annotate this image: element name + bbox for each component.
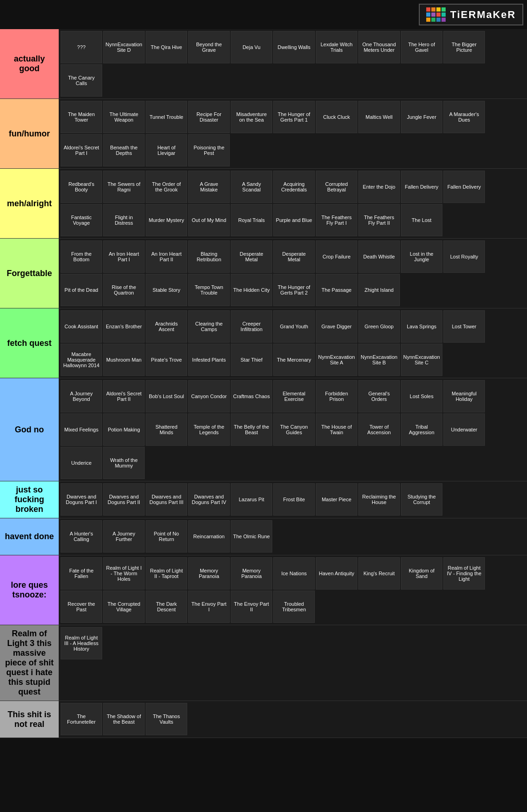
quest-card[interactable]: The Bigger Picture [443, 31, 485, 63]
quest-card[interactable]: One Thousand Meters Under [358, 31, 400, 63]
quest-card[interactable]: Realm of Light III - A Headless History [61, 627, 102, 659]
quest-card[interactable]: Infested Plants [188, 344, 230, 376]
quest-card[interactable]: Fallen Delivery [443, 171, 485, 203]
quest-card[interactable]: Bob's Lost Soul [146, 380, 187, 412]
quest-card[interactable]: Reclaiming the House [358, 483, 400, 516]
quest-card[interactable]: The Sewers of Ragni [103, 171, 145, 203]
quest-card[interactable]: Cook Assistant [61, 310, 102, 343]
quest-card[interactable]: Elemental Exercise [273, 380, 315, 412]
quest-card[interactable]: The Hunger of Gerts Part 2 [273, 274, 315, 306]
quest-card[interactable]: Dwarves and Doguns Part III [146, 483, 187, 516]
quest-card[interactable]: Wrath of the Mummy [103, 447, 145, 479]
quest-card[interactable]: Dwarves and Doguns Part II [103, 483, 145, 516]
quest-card[interactable]: Tower of Ascension [358, 413, 400, 446]
quest-card[interactable]: The House of Twain [316, 413, 357, 446]
quest-card[interactable]: The Feathers Fly Part II [358, 204, 400, 236]
quest-card[interactable]: Desperate Metal [231, 240, 272, 273]
quest-card[interactable]: A Journey Beyond [61, 380, 102, 412]
quest-card[interactable]: Fallen Delivery [401, 171, 442, 203]
quest-card[interactable]: NynnExcavation Site B [358, 344, 400, 376]
quest-card[interactable]: The Thanos Vaults [146, 703, 187, 735]
quest-card[interactable]: Dwarves and Doguns Part I [61, 483, 102, 516]
quest-card[interactable]: The Order of the Grook [146, 171, 187, 203]
quest-card[interactable]: Clearing the Camps [188, 310, 230, 343]
quest-card[interactable]: The Envoy Part II [231, 591, 272, 623]
quest-card[interactable]: Misadventure on the Sea [231, 101, 272, 133]
quest-card[interactable]: Meaningful Holiday [443, 380, 485, 412]
quest-card[interactable]: Frost Bite [273, 483, 315, 516]
quest-card[interactable]: Arachnids Ascent [146, 310, 187, 343]
quest-card[interactable]: Haven Antiquity [316, 557, 357, 590]
quest-card[interactable]: Redbeard's Booty [61, 171, 102, 203]
quest-card[interactable]: Tunnel Trouble [146, 101, 187, 133]
quest-card[interactable]: Blazing Retribution [188, 240, 230, 273]
quest-card[interactable]: Realm of Light IV - Finding the Light [443, 557, 485, 590]
quest-card[interactable]: Stable Story [146, 274, 187, 306]
quest-card[interactable]: The Qira Hive [146, 31, 187, 63]
quest-card[interactable]: Underice [61, 447, 102, 479]
quest-card[interactable]: A Hunter's Calling [61, 520, 102, 553]
quest-card[interactable]: Dwelling Walls [273, 31, 315, 63]
quest-card[interactable]: Realm of Light I - The Worm Holes [103, 557, 145, 590]
quest-card[interactable]: ??? [61, 31, 102, 63]
quest-card[interactable]: Death Whistle [358, 240, 400, 273]
quest-card[interactable]: Cluck Cluck [316, 101, 357, 133]
quest-card[interactable]: Desperate Metal [273, 240, 315, 273]
quest-card[interactable]: NynnExcavation Site A [316, 344, 357, 376]
quest-card[interactable]: Zhight Island [358, 274, 400, 306]
quest-card[interactable]: The Belly of the Beast [231, 413, 272, 446]
quest-card[interactable]: A Marauder's Dues [443, 101, 485, 133]
quest-card[interactable]: Grand Youth [273, 310, 315, 343]
quest-card[interactable]: The Corrupted Village [103, 591, 145, 623]
quest-card[interactable]: Point of No Return [146, 520, 187, 553]
quest-card[interactable]: Beyond the Grave [188, 31, 230, 63]
quest-card[interactable]: The Dark Descent [146, 591, 187, 623]
quest-card[interactable]: Studying the Corrupt [401, 483, 442, 516]
quest-card[interactable]: The Hero of Gavel [401, 31, 442, 63]
quest-card[interactable]: Green Gloop [358, 310, 400, 343]
quest-card[interactable]: Troubled Tribesmen [273, 591, 315, 623]
quest-card[interactable]: Creeper Infiltration [231, 310, 272, 343]
quest-card[interactable]: Flight in Distress [103, 204, 145, 236]
quest-card[interactable]: King's Recruit [358, 557, 400, 590]
quest-card[interactable]: Tempo Town Trouble [188, 274, 230, 306]
quest-card[interactable]: Lost Royalty [443, 240, 485, 273]
quest-card[interactable]: Mixed Feelings [61, 413, 102, 446]
quest-card[interactable]: Royal Trials [231, 204, 272, 236]
quest-card[interactable]: Jungle Fever [401, 101, 442, 133]
quest-card[interactable]: An Iron Heart Part I [103, 240, 145, 273]
quest-card[interactable]: Master Piece [316, 483, 357, 516]
quest-card[interactable]: The Olmic Rune [231, 520, 272, 553]
quest-card[interactable]: Heart of Llevigar [146, 134, 187, 166]
quest-card[interactable]: Aldorei's Secret Part I [61, 134, 102, 166]
quest-card[interactable]: Pirate's Trove [146, 344, 187, 376]
quest-card[interactable]: Macabre Masquerade Hallowynn 2014 [61, 344, 102, 376]
quest-card[interactable]: Pit of the Dead [61, 274, 102, 306]
quest-card[interactable]: Lexdale Witch Trials [316, 31, 357, 63]
quest-card[interactable]: Enzan's Brother [103, 310, 145, 343]
quest-card[interactable]: Maltics Well [358, 101, 400, 133]
quest-card[interactable]: Lazarus Pit [231, 483, 272, 516]
quest-card[interactable]: The Mercenary [273, 344, 315, 376]
quest-card[interactable]: Memory Paranoia [188, 557, 230, 590]
quest-card[interactable]: Aldorei's Secret Part II [103, 380, 145, 412]
quest-card[interactable]: Realm of Light II - Taproot [146, 557, 187, 590]
quest-card[interactable]: The Maiden Tower [61, 101, 102, 133]
quest-card[interactable]: Canyon Condor [188, 380, 230, 412]
quest-card[interactable]: Fate of the Fallen [61, 557, 102, 590]
quest-card[interactable]: The Lost [401, 204, 442, 236]
quest-card[interactable]: Star Thief [231, 344, 272, 376]
quest-card[interactable]: Recover the Past [61, 591, 102, 623]
quest-card[interactable]: Forbidden Prison [316, 380, 357, 412]
quest-card[interactable]: Dwarves and Doguns Part IV [188, 483, 230, 516]
quest-card[interactable]: The Ultimate Weapon [103, 101, 145, 133]
quest-card[interactable]: The Envoy Part I [188, 591, 230, 623]
quest-card[interactable]: Purple and Blue [273, 204, 315, 236]
quest-card[interactable]: Deja Vu [231, 31, 272, 63]
quest-card[interactable]: Recipe For Disaster [188, 101, 230, 133]
quest-card[interactable]: Enter the Dojo [358, 171, 400, 203]
quest-card[interactable]: Murder Mystery [146, 204, 187, 236]
quest-card[interactable]: Rise of the Quartron [103, 274, 145, 306]
quest-card[interactable]: Craftmas Chaos [231, 380, 272, 412]
quest-card[interactable]: The Canyon Guides [273, 413, 315, 446]
